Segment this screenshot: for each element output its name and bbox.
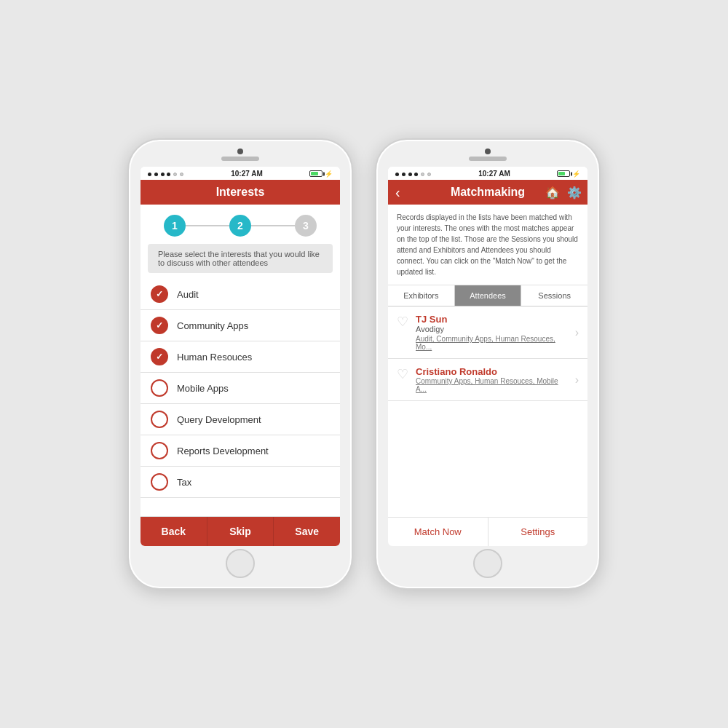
screen-content-1: 1 2 3 Please select the interests that y…: [141, 205, 340, 546]
attendee-list: ♡ TJ Sun Avodigy Audit, Community Apps, …: [388, 306, 587, 517]
screen-content-2: Records displayed in the lists have been…: [388, 205, 587, 546]
step-1: 1: [164, 215, 186, 237]
checkbox-query[interactable]: [151, 411, 168, 428]
list-item[interactable]: Mobile Apps: [141, 373, 340, 404]
checkbox-audit[interactable]: [151, 285, 168, 303]
speaker-2: [469, 157, 507, 161]
signal-dots-1: [148, 170, 184, 178]
step-line-1: [186, 225, 229, 226]
bottom-buttons-1: Back Skip Save: [141, 516, 340, 546]
checkbox-list: Audit Community Apps Human Resouces Mobi…: [141, 279, 340, 516]
item-label-reports: Reports Development: [177, 446, 269, 456]
status-right-1: ⚡: [309, 170, 333, 178]
bottom-tabs: Match Now Settings: [388, 517, 587, 546]
speaker-1: [221, 157, 259, 161]
home-button-1[interactable]: [226, 549, 255, 578]
battery-fill-2: [558, 172, 565, 175]
camera-2: [485, 149, 491, 154]
item-label-tax: Tax: [177, 477, 191, 488]
screen-2: 10:27 AM ⚡ ‹ Matchmaking 🏠 ⚙️: [388, 167, 587, 546]
camera-1: [237, 149, 243, 154]
attendee-tags-2: Community Apps, Human Resouces, Mobile A…: [416, 377, 568, 393]
info-text: Records displayed in the lists have been…: [388, 205, 587, 285]
phone-bottom-2: [473, 546, 502, 581]
header-icons: 🏠 ⚙️: [545, 186, 582, 199]
item-label-mobile-apps: Mobile Apps: [177, 383, 229, 394]
attendee-info-2: Cristiano Ronaldo Community Apps, Human …: [416, 366, 568, 393]
checkbox-hr[interactable]: [151, 348, 168, 365]
tab-sessions[interactable]: Sessions: [521, 285, 587, 306]
skip-button[interactable]: Skip: [207, 517, 274, 546]
checkbox-tax[interactable]: [151, 473, 168, 491]
app-header-2: ‹ Matchmaking 🏠 ⚙️: [388, 180, 587, 205]
phones-container: 10:27 AM ⚡ Interests 1: [127, 138, 601, 590]
list-item[interactable]: Community Apps: [141, 310, 340, 341]
attendee-info-1: TJ Sun Avodigy Audit, Community Apps, Hu…: [416, 314, 568, 351]
save-button[interactable]: Save: [274, 517, 340, 546]
list-item[interactable]: ♡ Cristiano Ronaldo Community Apps, Huma…: [388, 359, 587, 401]
match-now-button[interactable]: Match Now: [388, 518, 488, 546]
tab-attendees[interactable]: Attendees: [455, 285, 522, 306]
heart-icon-2[interactable]: ♡: [397, 368, 408, 381]
list-item[interactable]: ♡ TJ Sun Avodigy Audit, Community Apps, …: [388, 306, 587, 359]
step-2: 2: [229, 215, 251, 237]
battery-1: [309, 170, 323, 177]
chevron-icon-1: ›: [575, 326, 579, 339]
header-title-1: Interests: [216, 186, 265, 198]
item-label-audit: Audit: [177, 289, 199, 300]
gear-icon[interactable]: ⚙️: [567, 186, 582, 199]
phone-bottom-1: [226, 546, 255, 581]
item-label-query: Query Development: [177, 414, 261, 425]
home-icon[interactable]: 🏠: [545, 186, 560, 199]
attendee-name-2: Cristiano Ronaldo: [416, 366, 568, 377]
status-time-2: 10:27 AM: [478, 170, 510, 178]
header-title-2: Matchmaking: [451, 186, 525, 198]
status-bar-2: 10:27 AM ⚡: [388, 167, 587, 180]
phone-2: 10:27 AM ⚡ ‹ Matchmaking 🏠 ⚙️: [375, 138, 601, 590]
instruction-text: Please select the interests that you wou…: [148, 244, 333, 273]
phone-top-2: [382, 149, 593, 167]
list-item[interactable]: Tax: [141, 467, 340, 498]
checkbox-reports[interactable]: [151, 442, 168, 459]
step-3: 3: [295, 215, 317, 237]
charge-icon-1: ⚡: [325, 170, 333, 178]
list-item[interactable]: Audit: [141, 279, 340, 310]
screen-1: 10:27 AM ⚡ Interests 1: [141, 167, 340, 546]
attendee-company-1: Avodigy: [416, 325, 568, 333]
settings-button[interactable]: Settings: [488, 518, 588, 546]
app-header-1: Interests: [141, 180, 340, 205]
checkbox-mobile-apps[interactable]: [151, 379, 168, 397]
back-button[interactable]: Back: [141, 517, 207, 546]
phone-top-1: [135, 149, 346, 167]
item-label-hr: Human Resouces: [177, 352, 252, 363]
checkbox-community-apps[interactable]: [151, 317, 168, 334]
heart-icon-1[interactable]: ♡: [397, 315, 408, 328]
step-indicator-1: 1 2 3: [141, 205, 340, 244]
signal-dots-2: [395, 170, 432, 178]
phone-1: 10:27 AM ⚡ Interests 1: [127, 138, 353, 590]
status-right-2: ⚡: [557, 170, 580, 178]
status-time-1: 10:27 AM: [231, 170, 263, 178]
status-bar-1: 10:27 AM ⚡: [141, 167, 340, 180]
battery-2: [557, 170, 570, 177]
list-item[interactable]: Human Resouces: [141, 341, 340, 373]
list-item[interactable]: Reports Development: [141, 435, 340, 467]
chevron-icon-2: ›: [575, 373, 579, 387]
back-arrow-icon[interactable]: ‹: [395, 184, 400, 201]
tab-exhibitors[interactable]: Exhibitors: [388, 285, 455, 306]
tab-bar: Exhibitors Attendees Sessions: [388, 285, 587, 306]
list-item[interactable]: Query Development: [141, 404, 340, 435]
charge-icon-2: ⚡: [572, 170, 580, 178]
home-button-2[interactable]: [473, 549, 502, 578]
attendee-tags-1: Audit, Community Apps, Human Resouces, M…: [416, 335, 568, 351]
battery-fill-1: [311, 172, 318, 175]
item-label-community-apps: Community Apps: [177, 320, 248, 331]
attendee-name-1: TJ Sun: [416, 314, 568, 325]
step-line-2: [251, 225, 295, 226]
